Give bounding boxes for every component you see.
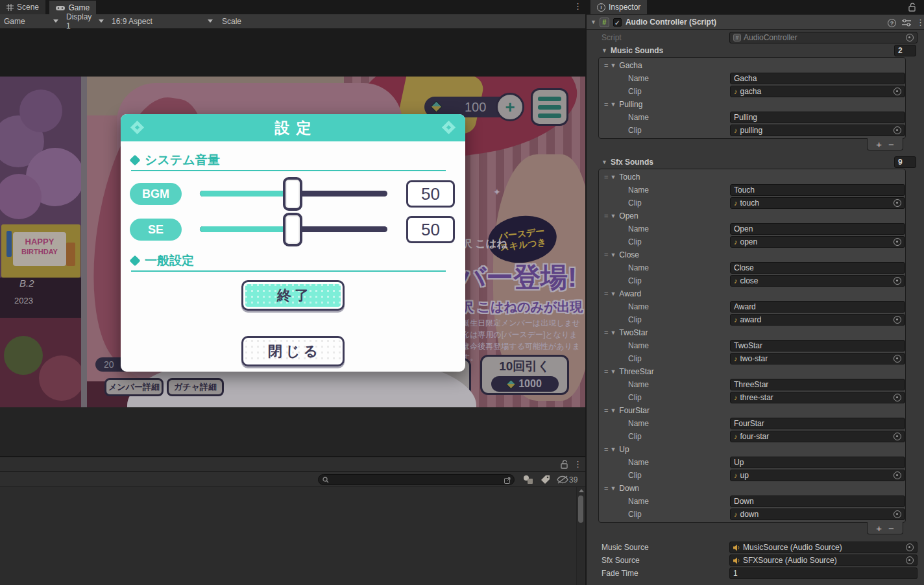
sound-name-field[interactable]: FourStar	[730, 418, 905, 429]
sound-name-field[interactable]: Open	[730, 223, 905, 235]
aspect-dropdown[interactable]: 16:9 Aspect	[108, 16, 217, 27]
sfx-source-field[interactable]: SFXSource (Audio Source)	[729, 555, 918, 566]
object-picker-icon[interactable]	[894, 355, 901, 363]
sound-name-field[interactable]: Award	[730, 301, 905, 313]
object-picker-icon[interactable]	[894, 316, 901, 324]
hidden-objects-eye-icon[interactable]	[557, 475, 568, 484]
script-field[interactable]: # AudioController	[729, 32, 918, 43]
object-picker-icon[interactable]	[894, 126, 901, 134]
sound-item-header[interactable]: = ▼ Close	[599, 248, 905, 261]
sound-item-header[interactable]: = ▼ Pulling	[599, 98, 905, 111]
game-mode-dropdown[interactable]: Game	[0, 16, 62, 27]
add-element-button[interactable]: +	[876, 139, 882, 149]
lock-icon[interactable]	[908, 3, 916, 12]
music-sounds-count-field[interactable]: 2	[894, 45, 916, 56]
component-menu-icon[interactable]: ⋮	[916, 18, 924, 27]
foldout-icon[interactable]: ▼	[610, 485, 616, 492]
scrollbar-thumb[interactable]	[578, 495, 583, 523]
foldout-icon[interactable]: ▼	[610, 213, 616, 219]
object-picker-icon[interactable]	[894, 199, 901, 207]
sound-name-field[interactable]: TwoStar	[730, 340, 905, 352]
sound-clip-field[interactable]: ♪ close	[730, 275, 905, 287]
object-picker-icon[interactable]	[894, 238, 901, 246]
object-picker-icon[interactable]	[894, 88, 901, 95]
drag-handle-icon[interactable]: =	[604, 251, 607, 259]
search-input[interactable]	[318, 474, 515, 485]
component-enabled-checkbox[interactable]: ✓	[613, 18, 622, 27]
sound-name-field[interactable]: Up	[730, 457, 905, 468]
drag-handle-icon[interactable]: =	[604, 446, 607, 453]
remove-element-button[interactable]: −	[888, 139, 894, 149]
display-dropdown[interactable]: Display 1	[62, 16, 108, 27]
sound-clip-field[interactable]: ♪ two-star	[730, 353, 905, 364]
music-source-field[interactable]: MusicSource (Audio Source)	[729, 542, 918, 553]
close-button[interactable]: 閉じる	[241, 336, 345, 366]
game-tabbar-menu-icon[interactable]: ⋮	[574, 2, 582, 10]
drag-handle-icon[interactable]: =	[604, 212, 607, 220]
bgm-slider-handle[interactable]	[283, 177, 302, 211]
component-header[interactable]: ▼ # ✓ Audio Controller (Script) ? ⋮	[587, 14, 924, 30]
foldout-icon[interactable]: ▼	[610, 174, 616, 180]
sound-item-header[interactable]: = ▼ Award	[599, 287, 905, 300]
sound-item-header[interactable]: = ▼ Touch	[599, 171, 905, 184]
sound-name-field[interactable]: Down	[730, 495, 905, 507]
drag-handle-icon[interactable]: =	[604, 62, 607, 69]
foldout-icon[interactable]: ▼	[610, 368, 616, 375]
sound-clip-field[interactable]: ♪ up	[730, 470, 905, 481]
object-picker-icon[interactable]	[894, 394, 901, 401]
foldout-icon[interactable]: ▼	[610, 101, 616, 108]
drag-handle-icon[interactable]: =	[604, 484, 607, 492]
drag-handle-icon[interactable]: =	[604, 329, 607, 337]
bgm-value-box[interactable]: 50	[406, 180, 455, 208]
music-sounds-foldout[interactable]: ▼ Music Sounds 2	[587, 44, 924, 57]
object-picker-icon[interactable]	[894, 277, 901, 285]
search-by-type-icon[interactable]	[523, 475, 533, 484]
sound-clip-field[interactable]: ♪ touch	[730, 197, 905, 209]
sound-clip-field[interactable]: ♪ gacha	[730, 86, 905, 97]
sound-item-header[interactable]: = ▼ ThreeStar	[599, 365, 905, 378]
sound-clip-field[interactable]: ♪ down	[730, 508, 905, 520]
sound-name-field[interactable]: Touch	[730, 184, 905, 196]
foldout-icon[interactable]: ▼	[610, 446, 616, 453]
sfx-sounds-foldout[interactable]: ▼ Sfx Sounds 9	[587, 156, 924, 169]
object-picker-icon[interactable]	[894, 472, 901, 479]
foldout-icon[interactable]: ▼	[590, 19, 596, 25]
object-picker-icon[interactable]	[894, 433, 901, 440]
sound-clip-field[interactable]: ♪ open	[730, 236, 905, 248]
add-element-button[interactable]: +	[876, 523, 882, 533]
sound-item-header[interactable]: = ▼ TwoStar	[599, 326, 905, 339]
sound-item-header[interactable]: = ▼ FourStar	[599, 404, 905, 417]
object-picker-icon[interactable]	[906, 34, 914, 42]
sound-item-header[interactable]: = ▼ Up	[599, 443, 905, 456]
sound-name-field[interactable]: ThreeStar	[730, 379, 905, 390]
tab-inspector[interactable]: i Inspector	[590, 0, 647, 14]
help-icon[interactable]: ?	[888, 19, 896, 27]
object-picker-icon[interactable]	[906, 543, 914, 551]
sound-item-header[interactable]: = ▼ Open	[599, 209, 905, 222]
bottom-panel-menu-icon[interactable]: ⋮	[574, 460, 582, 468]
drag-handle-icon[interactable]: =	[604, 290, 607, 298]
presets-icon[interactable]	[902, 19, 911, 27]
object-picker-icon[interactable]	[894, 510, 901, 518]
scrollbar-track[interactable]	[576, 487, 585, 585]
drag-handle-icon[interactable]: =	[604, 173, 607, 181]
se-value-box[interactable]: 50	[406, 216, 455, 243]
sound-clip-field[interactable]: ♪ award	[730, 314, 905, 326]
foldout-icon[interactable]: ▼	[610, 407, 616, 414]
tab-scene[interactable]: Scene	[0, 0, 45, 14]
sound-clip-field[interactable]: ♪ three-star	[730, 392, 905, 403]
lock-icon[interactable]	[561, 460, 568, 469]
foldout-icon[interactable]: ▼	[602, 159, 607, 165]
sfx-sounds-count-field[interactable]: 9	[894, 156, 916, 168]
sound-name-field[interactable]: Close	[730, 262, 905, 274]
drag-handle-icon[interactable]: =	[604, 101, 607, 108]
foldout-icon[interactable]: ▼	[610, 252, 616, 258]
foldout-icon[interactable]: ▼	[610, 291, 616, 297]
object-picker-icon[interactable]	[906, 556, 914, 564]
quit-button[interactable]: 終了	[241, 280, 345, 311]
foldout-icon[interactable]: ▼	[610, 329, 616, 336]
drag-handle-icon[interactable]: =	[604, 407, 607, 414]
remove-element-button[interactable]: −	[888, 523, 894, 533]
sound-item-header[interactable]: = ▼ Down	[599, 482, 905, 495]
sound-item-header[interactable]: = ▼ Gacha	[599, 59, 905, 72]
